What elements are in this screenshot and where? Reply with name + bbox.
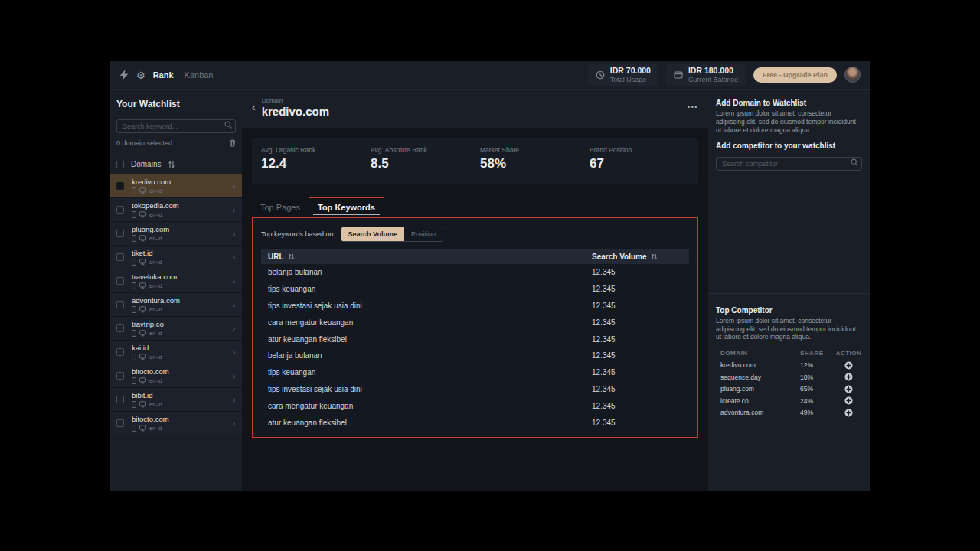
sort-icon[interactable] bbox=[288, 253, 295, 260]
settings-gear-icon[interactable]: ⚙ bbox=[136, 70, 145, 80]
column-search-volume-header: Search Volume bbox=[592, 253, 647, 261]
domain-checkbox[interactable] bbox=[116, 230, 124, 237]
add-competitor-title: Add competitor to your watchlist bbox=[716, 142, 862, 150]
phone-icon bbox=[132, 306, 136, 313]
domain-checkbox[interactable] bbox=[116, 301, 124, 308]
chevron-right-icon[interactable]: › bbox=[233, 348, 235, 357]
domain-name: tiket.id bbox=[132, 249, 162, 257]
domain-locale: en-id bbox=[149, 330, 162, 337]
domain-locale: en-id bbox=[149, 377, 162, 384]
more-options-icon[interactable]: ••• bbox=[688, 103, 698, 111]
domain-checkbox[interactable] bbox=[116, 206, 124, 214]
plus-circle-icon[interactable] bbox=[844, 409, 853, 417]
chevron-right-icon[interactable]: › bbox=[233, 324, 235, 333]
phone-icon bbox=[132, 211, 136, 218]
domain-checkbox[interactable] bbox=[116, 372, 124, 380]
domain-list-item[interactable]: kai.id en-id › bbox=[110, 341, 242, 364]
domain-checkbox[interactable] bbox=[116, 277, 124, 285]
keywords-metric-toggle: Search Volume Position bbox=[341, 227, 443, 242]
chevron-right-icon[interactable]: › bbox=[233, 182, 235, 191]
domain-list-item[interactable]: bitocto.com en-id › bbox=[110, 364, 242, 388]
stat-brand-position: Brand Position 67 bbox=[580, 138, 690, 184]
tab-top-pages[interactable]: Top Pages bbox=[252, 197, 309, 217]
chevron-right-icon[interactable]: › bbox=[233, 206, 235, 214]
toggle-search-volume[interactable]: Search Volume bbox=[341, 227, 404, 241]
stat-market-share: Market Share 58% bbox=[471, 138, 580, 184]
domain-checkbox[interactable] bbox=[116, 348, 124, 356]
user-avatar[interactable] bbox=[844, 67, 861, 83]
domain-locale: en-id bbox=[149, 401, 162, 408]
domain-name: tokopedia.com bbox=[132, 201, 179, 210]
keyword-url: cara mengatur keuangan bbox=[268, 318, 592, 327]
stat-label: Avg. Absolute Rank bbox=[371, 146, 462, 154]
domain-list-item[interactable]: tokopedia.com en-id › bbox=[110, 198, 242, 222]
back-chevron-icon[interactable]: ‹ bbox=[252, 102, 256, 112]
domain-name: kai.id bbox=[132, 344, 162, 352]
chevron-right-icon[interactable]: › bbox=[233, 419, 235, 428]
tab-top-keywords[interactable]: Top Keywords bbox=[309, 197, 384, 217]
keyword-volume: 12.345 bbox=[592, 402, 682, 410]
domain-checkbox[interactable] bbox=[116, 182, 124, 190]
nav-tab-kanban[interactable]: Kanban bbox=[185, 70, 214, 80]
plus-circle-icon[interactable] bbox=[844, 385, 853, 393]
domain-list-item[interactable]: traveloka.com en-id › bbox=[110, 269, 242, 293]
keyword-url: belanja bulanan bbox=[268, 351, 592, 360]
domain-name: bitocto.com bbox=[132, 367, 169, 376]
sort-icon[interactable] bbox=[651, 253, 658, 260]
domain-list-item[interactable]: pluang.com en-id › bbox=[110, 222, 242, 246]
domain-name: traveloka.com bbox=[132, 272, 177, 281]
plus-circle-icon[interactable] bbox=[844, 361, 853, 370]
chevron-right-icon[interactable]: › bbox=[233, 372, 235, 380]
chevron-right-icon[interactable]: › bbox=[233, 301, 235, 309]
domain-checkbox[interactable] bbox=[116, 419, 124, 427]
select-all-checkbox[interactable] bbox=[116, 161, 124, 168]
wallet-icon bbox=[674, 70, 683, 80]
monitor-icon bbox=[139, 377, 146, 384]
monitor-icon bbox=[139, 235, 146, 242]
upgrade-plan-button[interactable]: Free - Upgrade Plan bbox=[753, 67, 837, 83]
monitor-icon bbox=[139, 425, 146, 432]
keyword-volume: 12.345 bbox=[592, 419, 682, 427]
domain-checkbox[interactable] bbox=[116, 396, 124, 403]
watchlist-title: Your Watchlist bbox=[116, 99, 236, 109]
domain-list-item[interactable]: travtrip.co en-id › bbox=[110, 317, 242, 341]
monitor-icon bbox=[139, 330, 146, 337]
chevron-right-icon[interactable]: › bbox=[233, 253, 235, 262]
chevron-right-icon[interactable]: › bbox=[233, 396, 235, 404]
competitor-search-input[interactable] bbox=[716, 157, 862, 171]
page-title: kredivo.com bbox=[262, 105, 329, 118]
domain-list: kredivo.com en-id › bbox=[110, 174, 242, 435]
domain-checkbox[interactable] bbox=[116, 253, 124, 261]
trash-icon[interactable] bbox=[229, 139, 236, 147]
phone-icon bbox=[132, 330, 136, 337]
stat-value: 58% bbox=[480, 156, 571, 171]
domain-list-item[interactable]: advontura.com en-id › bbox=[110, 293, 242, 317]
toggle-position[interactable]: Position bbox=[404, 227, 443, 241]
domain-checkbox[interactable] bbox=[116, 324, 124, 332]
domain-eyebrow-label: Domain bbox=[262, 97, 329, 104]
domain-list-item[interactable]: bitocto.com en-id › bbox=[110, 412, 242, 435]
competitor-table-row: sequence.day 18% bbox=[720, 371, 862, 383]
domain-list-item[interactable]: tiket.id en-id › bbox=[110, 246, 242, 269]
nav-tab-rank[interactable]: Rank bbox=[153, 70, 174, 80]
chevron-right-icon[interactable]: › bbox=[233, 277, 235, 285]
competitor-table-row: kredivo.com 12% bbox=[720, 359, 862, 371]
sort-icon[interactable] bbox=[168, 161, 175, 168]
plus-circle-icon[interactable] bbox=[844, 373, 853, 381]
monitor-icon bbox=[139, 401, 146, 408]
plus-circle-icon[interactable] bbox=[844, 396, 853, 405]
phone-icon bbox=[132, 259, 136, 266]
domain-locale: en-id bbox=[149, 187, 162, 194]
competitor-domain: sequence.day bbox=[720, 373, 800, 381]
app-logo-bolt-icon bbox=[119, 70, 129, 80]
competitor-share: 12% bbox=[800, 361, 835, 369]
keyword-table-row: tips keuangan 12.345 bbox=[261, 281, 689, 298]
domain-list-item[interactable]: kredivo.com en-id › bbox=[110, 174, 242, 198]
domain-header: ‹ Domain kredivo.com ••• bbox=[242, 90, 708, 128]
chevron-right-icon[interactable]: › bbox=[233, 230, 235, 238]
keywords-table-header: URL Search Volume bbox=[261, 249, 689, 264]
keyword-volume: 12.345 bbox=[592, 351, 682, 360]
monitor-icon bbox=[139, 211, 146, 218]
domain-list-item[interactable]: bibit.id en-id › bbox=[110, 388, 242, 412]
keyword-search-input[interactable] bbox=[116, 119, 236, 133]
